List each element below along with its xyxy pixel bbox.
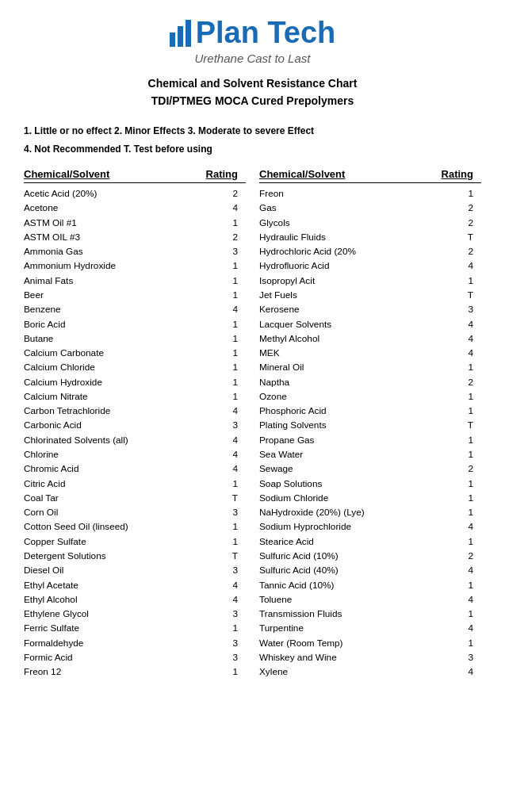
chem-name: Formic Acid [24,650,222,665]
table-row: Sulfuric Acid (10%) 2 [259,549,481,563]
table-row: Carbonic Acid 3 [24,418,246,432]
chem-rating: 1 [222,621,246,635]
chem-rating: 1 [457,433,481,447]
table-row: Kerosene 3 [259,302,481,316]
tagline: Urethane Cast to Last [24,52,481,65]
chem-name: Formaldehyde [24,636,222,650]
chem-name: Chromic Acid [24,462,222,476]
right-chem-header: Chemical/Solvent [259,168,345,180]
table-row: Freon 12 1 [24,665,246,679]
chem-name: Sea Water [259,447,457,462]
chem-name: NaHydroxide (20%) (Lye) [259,505,457,519]
chem-rating: 4 [457,592,481,607]
table-row: Isopropyl Acit 1 [259,274,481,288]
table-row: Calcium Chloride 1 [24,360,246,374]
chem-rating: 1 [222,288,246,302]
chem-rating: 2 [457,375,481,389]
table-row: Chromic Acid 4 [24,462,246,476]
chem-rating: 4 [457,621,481,635]
table-row: Turpentine 4 [259,621,481,635]
left-rows: Acetic Acid (20%) 2 Acetone 4 ASTM Oil #… [24,186,246,680]
chem-rating: T [457,230,481,244]
chem-rating: T [457,418,481,432]
table-row: Phosphoric Acid 1 [259,404,481,418]
chem-rating: 1 [457,404,481,418]
right-rating-header: Rating [442,168,481,180]
chem-rating: 1 [222,346,246,360]
chem-name: Hydrochloric Acid (20% [259,244,457,259]
table-row: Diesel Oil 3 [24,563,246,577]
table-row: Formic Acid 3 [24,650,246,665]
table-row: Naptha 2 [259,375,481,389]
chem-name: Corn Oil [24,505,222,519]
chem-name: Beer [24,288,222,302]
chem-name: Phosphoric Acid [259,404,457,418]
right-column: Chemical/Solvent Rating Freon 1 Gas 2 Gl… [259,168,481,680]
chem-rating: 2 [457,201,481,215]
table-row: Calcium Nitrate 1 [24,389,246,404]
chem-rating: 4 [222,302,246,316]
chem-rating: 1 [222,665,246,679]
chem-name: Jet Fuels [259,288,457,302]
data-columns: Chemical/Solvent Rating Acetic Acid (20%… [24,168,481,680]
table-row: Sodium Chloride 1 [259,491,481,505]
chart-title-line1: Chemical and Solvent Resistance Chart [24,75,481,92]
chem-rating: 3 [222,505,246,519]
chem-name: Isopropyl Acit [259,274,457,288]
chem-name: ASTM OIL #3 [24,230,222,244]
table-row: Water (Room Temp) 1 [259,636,481,650]
chem-name: Whiskey and Wine [259,650,457,665]
table-row: ASTM Oil #1 1 [24,216,246,230]
chem-name: Sulfuric Acid (10%) [259,549,457,563]
chem-rating: 4 [222,201,246,215]
table-row: Ammonia Gas 3 [24,244,246,259]
table-row: Toluene 4 [259,592,481,607]
table-row: Mineral Oil 1 [259,360,481,374]
table-row: Cotton Seed Oil (linseed) 1 [24,519,246,534]
logo-text: Plan Tech [196,16,336,50]
chem-rating: 1 [457,505,481,519]
table-row: Transmission Fluids 1 [259,607,481,621]
chem-rating: 1 [457,360,481,374]
col-divider [252,168,253,680]
chem-name: Kerosene [259,302,457,316]
table-row: Sulfuric Acid (40%) 4 [259,563,481,577]
chem-rating: T [457,288,481,302]
chem-name: MEK [259,346,457,360]
table-row: Ethylene Glycol 3 [24,607,246,621]
chem-rating: 1 [457,389,481,404]
chem-rating: 1 [222,519,246,534]
logo-bar-2 [178,26,183,47]
table-row: Chlorine 4 [24,447,246,462]
chem-rating: 1 [457,447,481,462]
chem-rating: 2 [222,186,246,201]
chem-name: Freon 12 [24,665,222,679]
chem-name: Hydrofluoric Acid [259,259,457,273]
chem-rating: 1 [457,636,481,650]
chem-name: Chlorinated Solvents (all) [24,433,222,447]
chem-rating: 4 [457,259,481,273]
chem-name: Xylene [259,665,457,679]
chem-rating: 1 [222,274,246,288]
chem-rating: 1 [222,360,246,374]
table-row: Ferric Sulfate 1 [24,621,246,635]
chem-rating: 1 [222,216,246,230]
table-row: Animal Fats 1 [24,274,246,288]
table-row: Coal Tar T [24,491,246,505]
table-row: Gas 2 [259,201,481,215]
chem-rating: 3 [222,607,246,621]
chem-name: Stearice Acid [259,534,457,549]
chem-rating: T [222,549,246,563]
chem-rating: 1 [222,259,246,273]
legend: 1. Little or no effect 2. Minor Effects … [24,123,481,159]
table-row: Hydrochloric Acid (20% 2 [259,244,481,259]
table-row: Ethyl Alcohol 4 [24,592,246,607]
chem-rating: 4 [457,519,481,534]
chart-title: Chemical and Solvent Resistance Chart TD… [24,75,481,110]
table-row: Butane 1 [24,331,246,346]
table-row: Acetic Acid (20%) 2 [24,186,246,201]
chem-name: Cotton Seed Oil (linseed) [24,519,222,534]
page-header: Plan Tech Urethane Cast to Last Chemical… [24,16,481,110]
table-row: Hydraulic Fluids T [259,230,481,244]
legend-line2: 4. Not Recommended T. Test before using [24,141,481,159]
